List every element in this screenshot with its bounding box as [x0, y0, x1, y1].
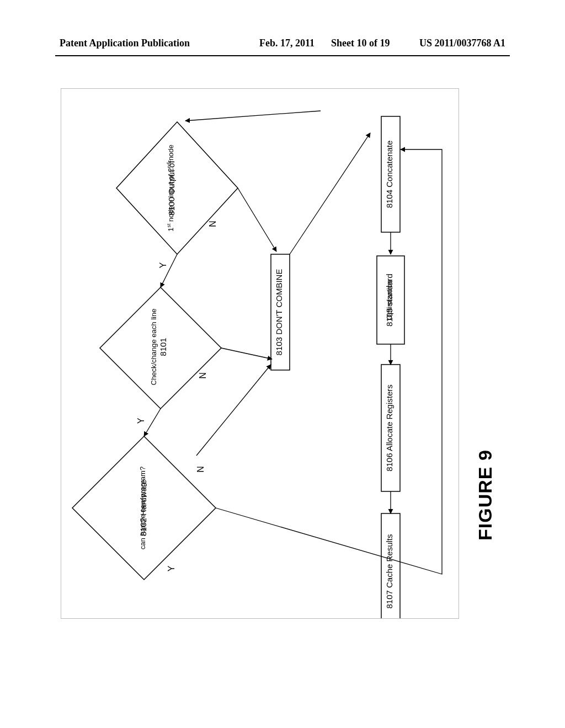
edge-8103-8104: [290, 133, 370, 254]
process-8105-l2: Optimization: [385, 280, 393, 320]
edge-8101-Y-label: Y: [136, 417, 146, 424]
svg-text:Check/change each line: Check/change each line: [150, 309, 158, 386]
edge-8102-Y-label: Y: [167, 565, 176, 571]
sheet-number: Sheet 10 of 19: [331, 38, 390, 49]
header-rule: [55, 55, 510, 56]
process-8107-text: 8107 Cache Results: [385, 534, 394, 608]
decision-8102: 8102 Hardware can handle new program?: [72, 436, 216, 580]
edge-8102-8104: [216, 149, 442, 574]
edge-8100-N-label: N: [208, 221, 217, 227]
process-8104: 8104 Concatenate: [381, 116, 400, 232]
edge-8101-N-label: N: [198, 372, 207, 379]
edge-entry-8100: [185, 111, 321, 121]
publication-number: US 2011/0037768 A1: [419, 38, 505, 49]
edge-8100-8101: [161, 254, 177, 287]
process-8103-text: 8103 DON'T COMBINE: [274, 269, 284, 356]
process-8107: 8107 Cache Results: [381, 513, 400, 618]
edge-8101-8102: [144, 409, 161, 436]
svg-text:8101: 8101: [158, 338, 168, 356]
edge-8100-8103: [238, 188, 276, 251]
edge-8102-N-label: N: [196, 466, 205, 473]
process-8106-text: 8106 Allocate Registers: [385, 384, 394, 472]
edge-8102-8103: [196, 365, 271, 456]
decision-8101-ref: 8101: [158, 338, 168, 356]
flowchart: 8100 Output of 1st node = input of 2nd n…: [61, 89, 459, 618]
svg-text:can handle new program?: can handle new program?: [138, 467, 147, 549]
decision-8100: 8100 Output of 1st node = input of 2nd n…: [116, 122, 238, 254]
publication-date: Feb. 17, 2011: [259, 38, 315, 49]
decision-8102-l2: can handle new program?: [138, 467, 147, 549]
page: Patent Application Publication Feb. 17, …: [0, 0, 565, 728]
figure-frame: 8100 Output of 1st node = input of 2nd n…: [61, 88, 459, 619]
decision-8101-text: Check/change each line: [150, 309, 158, 386]
figure-label: FIGURE 9: [475, 449, 496, 540]
edge-8100-Y-label: Y: [158, 262, 168, 268]
svg-text:1st node = input of 2nd node: 1st node = input of 2nd node: [166, 144, 175, 232]
decision-8101: 8101 Check/change each line: [100, 287, 221, 409]
publication-type: Patent Application Publication: [60, 38, 190, 49]
process-8103: 8103 DON'T COMBINE: [271, 254, 290, 370]
edge-8101-8103: [221, 348, 272, 359]
process-8106: 8106 Allocate Registers: [381, 365, 400, 491]
process-8105: 8105 standard Optimization: [377, 256, 404, 344]
svg-marker-0: [116, 122, 238, 254]
process-8104-text: 8104 Concatenate: [385, 141, 394, 208]
